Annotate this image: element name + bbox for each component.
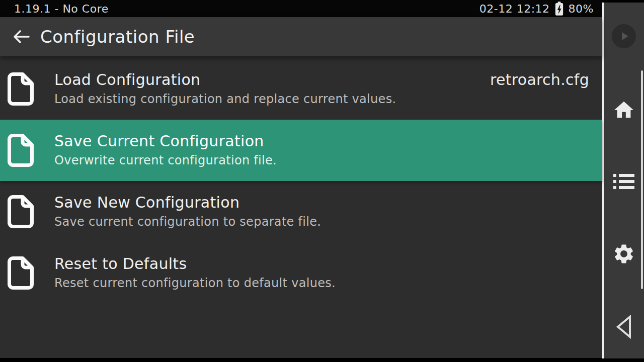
- menu-item-save-new-configuration[interactable]: Save New Configuration Save current conf…: [0, 181, 602, 242]
- menu-item-reset-to-defaults[interactable]: Reset to Defaults Reset current configur…: [0, 242, 602, 304]
- file-icon: [7, 195, 34, 229]
- menu-item-text: Save Current Configuration Overwrite cur…: [54, 131, 277, 169]
- menu-item-value: retroarch.cfg: [490, 70, 589, 90]
- status-right-group: 02-12 12:12 80%: [479, 2, 594, 16]
- scrollbar[interactable]: [641, 70, 643, 289]
- resume-play-icon: [617, 30, 630, 43]
- menu-item-sublabel: Reset current configuration to default v…: [54, 274, 336, 292]
- menu-item-load-configuration[interactable]: Load Configuration Load existing configu…: [0, 58, 602, 120]
- nav-sidebar: [602, 3, 644, 358]
- settings-gear-icon[interactable]: [612, 242, 635, 265]
- file-icon: [7, 256, 34, 290]
- back-triangle-icon[interactable]: [614, 313, 634, 340]
- menu-item-save-current-configuration[interactable]: Save Current Configuration Overwrite cur…: [0, 120, 602, 181]
- list-icon[interactable]: [613, 173, 635, 190]
- resume-content-button[interactable]: [612, 24, 636, 48]
- menu-item-title: Reset to Defaults: [54, 254, 336, 274]
- menu-item-sublabel: Overwrite current configuration file.: [54, 151, 277, 169]
- back-arrow-icon[interactable]: [12, 29, 30, 44]
- core-version-label: 1.19.1 - No Core: [14, 3, 109, 15]
- home-icon[interactable]: [612, 99, 635, 122]
- file-icon: [7, 72, 34, 106]
- clock-label: 02-12 12:12: [479, 3, 550, 15]
- menu-item-sublabel: Load existing configuration and replace …: [54, 90, 396, 108]
- menu-item-title: Save New Configuration: [54, 193, 321, 213]
- menu-item-text: Save New Configuration Save current conf…: [54, 193, 321, 231]
- menu-item-sublabel: Save current configuration to separate f…: [54, 213, 321, 231]
- status-bar: 1.19.1 - No Core 02-12 12:12 80%: [0, 0, 602, 17]
- title-bar: Configuration File: [0, 17, 602, 56]
- file-icon: [7, 133, 34, 167]
- menu-item-text: Reset to Defaults Reset current configur…: [54, 254, 336, 292]
- menu-list: Load Configuration Load existing configu…: [0, 56, 602, 304]
- retroarch-window: 1.19.1 - No Core 02-12 12:12 80% Configu…: [0, 0, 602, 358]
- menu-item-title: Load Configuration: [54, 70, 396, 90]
- menu-item-title: Save Current Configuration: [54, 131, 277, 151]
- battery-charging-icon: [554, 2, 565, 16]
- page-title: Configuration File: [40, 27, 195, 47]
- menu-item-text: Load Configuration Load existing configu…: [54, 70, 396, 108]
- battery-percent-label: 80%: [569, 3, 594, 15]
